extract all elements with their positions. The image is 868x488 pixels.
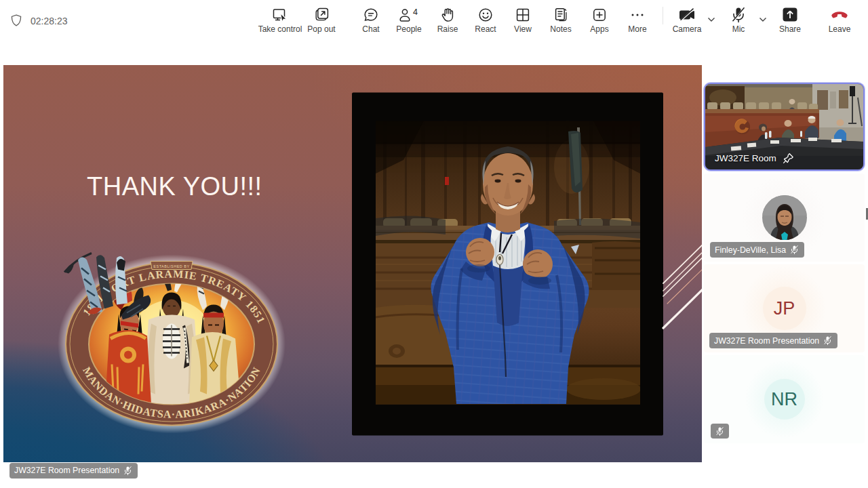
svg-text:ESTABLISHED BY: ESTABLISHED BY	[153, 264, 189, 268]
